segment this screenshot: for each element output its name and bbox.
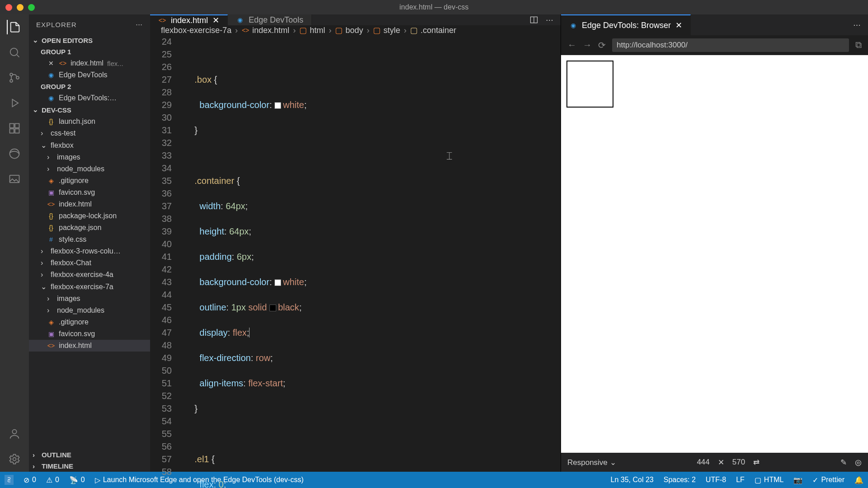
devtools-panel: ◉ Edge DevTools: Browser ✕ ⋯ ← → ⟳ ⧉ Res… [561,14,868,472]
viewport-height[interactable]: 570 [732,458,745,467]
back-icon[interactable]: ← [567,40,576,50]
json-file-icon: {} [47,212,55,220]
file-gitignore-2[interactable]: ◈.gitignore [29,316,150,328]
group-2-label: GROUP 2 [29,81,150,92]
workspace-section[interactable]: ⌄DEV-CSS [29,104,150,116]
close-window[interactable] [5,4,12,11]
status-encoding[interactable]: UTF-8 [706,476,726,484]
folder-flexbox-7a[interactable]: ⌄flexbox-exercise-7a [29,281,150,293]
file-gitignore[interactable]: ◈.gitignore [29,175,150,187]
status-lncol[interactable]: Ln 35, Col 23 [611,476,654,484]
breadcrumb-file: <>index.html [241,26,289,35]
explorer-sidebar: EXPLORER ⋯ ⌄OPEN EDITORS GROUP 1 ✕ <> in… [29,14,150,472]
remote-icon[interactable]: ⫔ [5,475,14,485]
close-icon[interactable]: ✕ [47,59,55,67]
folder-images[interactable]: ›images [29,151,150,163]
html-file-icon: <> [59,59,67,67]
folder-flexbox-3[interactable]: ›flexbox-3-rows-colu… [29,245,150,257]
svg-file-icon: ▣ [47,188,55,197]
folder-flexbox-chat[interactable]: ›flexbox-Chat [29,257,150,269]
svg-point-8 [10,149,19,159]
outline-section[interactable]: ›OUTLINE [29,449,150,460]
edge-icon: ◉ [236,16,244,24]
settings-icon[interactable] [7,452,22,466]
status-spaces[interactable]: Spaces: 2 [664,476,696,484]
breadcrumb[interactable]: flexbox-exercise-7a› <>index.html› ▢html… [150,25,561,35]
inspect-icon[interactable]: ⧉ [855,40,862,50]
edge-icon: ◉ [47,71,55,79]
account-icon[interactable] [7,427,22,441]
debug-icon[interactable] [7,96,22,110]
file-index-html-2[interactable]: <>index.html [29,340,150,352]
extensions-icon[interactable] [7,121,22,136]
tab-edge-browser[interactable]: ◉ Edge DevTools: Browser ✕ [561,14,691,35]
status-language[interactable]: ▢ HTML [755,476,784,484]
group-1-label: GROUP 1 [29,46,150,57]
explorer-more-icon[interactable]: ⋯ [136,20,143,28]
svg-point-11 [13,458,16,461]
rotate-icon[interactable]: ⇄ [753,458,760,467]
status-ports[interactable]: 📡 0 [69,476,85,484]
file-package-lock[interactable]: {}package-lock.json [29,210,150,222]
open-editor-edge-browser[interactable]: ◉ Edge DevTools:… [29,92,150,104]
folder-flexbox-4a[interactable]: ›flexbox-exercise-4a [29,269,150,281]
editor-tabs: <> index.html ✕ ◉ Edge DevTools ⋯ [150,14,561,25]
status-errors[interactable]: ⊘ 0 [24,476,36,484]
svg-point-2 [10,80,13,82]
target-icon[interactable]: ◎ [855,458,862,467]
close-tab-icon[interactable]: ✕ [212,15,219,25]
status-screencast-icon[interactable]: 📷 [793,476,802,484]
activity-bar [0,14,29,472]
code-editor[interactable]: 2425262728293031323334353637383940414243… [150,35,561,488]
svg-file-icon: ▣ [47,330,55,338]
close-dims-icon[interactable]: ✕ [718,458,724,467]
forward-icon[interactable]: → [583,40,592,50]
status-warnings[interactable]: ⚠ 0 [46,476,59,484]
tab-index-html[interactable]: <> index.html ✕ [150,14,228,25]
edge-tools-icon[interactable] [7,146,22,161]
file-launch-json[interactable]: {}launch.json [29,116,150,127]
status-prettier[interactable]: ✓ Prettier [812,476,844,484]
open-editor-edge[interactable]: ◉ Edge DevTools [29,69,150,81]
minimize-window[interactable] [17,4,24,11]
close-tab-icon[interactable]: ✕ [675,20,682,30]
url-input[interactable] [612,38,849,52]
tab-edge-devtools[interactable]: ◉ Edge DevTools [228,14,312,25]
folder-css-test[interactable]: ›css-test [29,127,150,139]
open-editor-index[interactable]: ✕ <> index.html flex... [29,57,150,69]
text-cursor-icon: ⌶ [447,149,452,162]
devtools-footer: Responsive ⌄ 444 ✕ 570 ⇄ ✎ ◎ [561,453,868,472]
source-control-icon[interactable] [7,70,22,85]
explorer-icon[interactable] [7,20,21,34]
folder-images-2[interactable]: ›images [29,293,150,305]
html-file-icon: <> [47,200,55,208]
status-bell-icon[interactable]: 🔔 [854,476,863,484]
viewport-width[interactable]: 444 [697,458,709,467]
svg-rect-6 [10,129,14,133]
responsive-toggle[interactable]: Responsive ⌄ [567,458,616,467]
preview-container [567,61,613,107]
file-index-html[interactable]: <>index.html [29,198,150,210]
more-actions-icon[interactable]: ⋯ [853,20,861,30]
browser-preview[interactable] [561,55,868,453]
file-favicon[interactable]: ▣favicon.svg [29,187,150,198]
file-package[interactable]: {}package.json [29,222,150,234]
code-body[interactable]: .box { background-color: white; } .conta… [184,35,561,488]
maximize-window[interactable] [28,4,35,11]
folder-node-modules-2[interactable]: ›node_modules [29,305,150,316]
split-editor-icon[interactable] [529,15,538,24]
image-preview-icon[interactable] [7,172,22,186]
more-actions-icon[interactable]: ⋯ [546,15,553,25]
timeline-section[interactable]: ›TIMELINE [29,460,150,472]
file-favicon-2[interactable]: ▣favicon.svg [29,328,150,340]
file-style-css[interactable]: #style.css [29,234,150,245]
reload-icon[interactable]: ⟳ [598,40,606,51]
folder-node-modules[interactable]: ›node_modules [29,163,150,175]
edge-icon: ◉ [47,94,55,102]
search-icon[interactable] [7,45,22,60]
status-eol[interactable]: LF [736,476,745,484]
folder-flexbox[interactable]: ⌄flexbox [29,139,150,151]
highlight-icon[interactable]: ✎ [840,458,847,467]
open-editors-section[interactable]: ⌄OPEN EDITORS [29,34,150,46]
svg-rect-4 [10,124,14,128]
